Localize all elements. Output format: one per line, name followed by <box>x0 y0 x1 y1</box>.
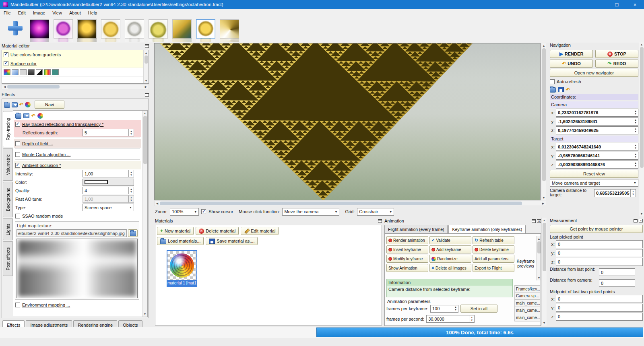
spinner-arrows-icon[interactable] <box>128 170 134 177</box>
scroll-up-icon[interactable] <box>144 50 149 56</box>
table-row[interactable]: Frames/key... <box>514 285 540 292</box>
material-editor-scrollbar[interactable] <box>143 50 149 83</box>
gradient-swatch-rainbow[interactable] <box>4 69 10 75</box>
refresh-table-button[interactable]: ↻Refresh table <box>473 236 514 244</box>
undo-button[interactable]: ↶ UNDO <box>550 60 593 68</box>
toolbar-thumbnail-9[interactable] <box>220 19 239 39</box>
spinner-arrows-icon[interactable] <box>453 305 458 312</box>
edit-material-button[interactable]: Edit material <box>241 227 279 235</box>
ao-type-dropdown[interactable]: Screen space <box>83 204 134 211</box>
target-z-input[interactable]: -0,00390388993468876 <box>556 161 638 169</box>
spinner-arrows-icon[interactable] <box>633 152 638 159</box>
menu-item-image[interactable]: Image <box>29 9 49 16</box>
intensity-input[interactable]: 1,00 <box>83 170 134 177</box>
spinner-arrows-icon[interactable] <box>128 187 134 194</box>
scroll-down-icon[interactable] <box>639 211 644 216</box>
undo-icon[interactable]: ↶ <box>31 113 35 118</box>
spinner-arrows-icon[interactable] <box>630 189 636 197</box>
fast-ao-input[interactable]: 1,00 <box>83 195 134 203</box>
scroll-down-icon[interactable] <box>144 78 149 83</box>
depth-of-field-checkbox[interactable] <box>15 141 20 146</box>
scroll-down-icon[interactable] <box>537 275 541 280</box>
move-mode-dropdown[interactable]: Move camera and target <box>550 179 638 187</box>
animation-scrollbar[interactable] <box>541 218 547 325</box>
toolbar-thumbnail-3[interactable] <box>77 19 97 39</box>
viewport-hscrollbar[interactable] <box>154 201 546 206</box>
quality-input[interactable]: 4 <box>83 187 134 194</box>
picked-x-input[interactable]: 0 <box>556 240 643 248</box>
show-animation-button[interactable]: Show Animation <box>386 264 428 272</box>
keyframe-scrollbar[interactable] <box>536 236 541 280</box>
gradient-swatch-blue[interactable] <box>12 69 19 75</box>
distance-last-input[interactable]: 0 <box>599 268 635 276</box>
distance-camera-input[interactable]: 0 <box>599 279 635 287</box>
mouse-function-dropdown[interactable]: Move the camera <box>282 208 339 216</box>
float-panel-icon[interactable] <box>378 219 382 223</box>
material-list-item[interactable]: material 1 [mat1] <box>167 250 197 287</box>
grid-dropdown[interactable]: Crosshair <box>357 208 394 216</box>
reset-icon[interactable]: ↶ <box>19 102 23 107</box>
picked-z-input[interactable]: 0 <box>556 258 643 266</box>
load-icon[interactable] <box>550 87 556 93</box>
tab-ray-tracing[interactable]: Ray-tracing <box>3 111 13 147</box>
export-to-flight-button[interactable]: Export to Flight <box>473 264 514 272</box>
spinner-arrows-icon[interactable] <box>633 127 638 134</box>
tab-flight-animation[interactable]: Flight animation (every frame) <box>384 225 448 233</box>
menu-item-file[interactable]: File <box>0 9 14 16</box>
render-button[interactable]: ▶ RENDER <box>550 50 593 58</box>
target-x-input[interactable]: 0,0123046748241649 <box>556 143 638 151</box>
table-row[interactable]: main_came... <box>514 307 540 314</box>
scroll-down-icon[interactable] <box>541 195 547 200</box>
modify-keyframe-button[interactable]: Modify keyframe <box>386 255 428 263</box>
scroll-left-icon[interactable] <box>155 201 160 206</box>
effects-scrollbar[interactable] <box>142 111 147 317</box>
add-preset-icon[interactable] <box>7 20 23 36</box>
float-panel-icon[interactable] <box>634 219 638 222</box>
scroll-down-icon[interactable] <box>142 311 148 317</box>
spinner-arrows-icon[interactable] <box>469 315 474 322</box>
delete-material-button[interactable]: × Delete material <box>196 227 239 235</box>
delete-all-images-button[interactable]: ×Delete all images <box>429 264 471 272</box>
gradient-swatch-darkgray[interactable] <box>28 69 35 75</box>
scroll-up-icon[interactable] <box>639 42 644 47</box>
zoom-dropdown[interactable]: 100% <box>170 208 199 216</box>
close-button[interactable]: × <box>626 0 644 9</box>
save-icon[interactable] <box>558 87 564 92</box>
tab-post-effects[interactable]: Post effects <box>3 241 13 276</box>
spinner-arrows-icon[interactable] <box>128 196 134 202</box>
randomize-icon[interactable] <box>25 102 31 107</box>
randomize-button[interactable]: Randomize <box>429 255 471 263</box>
raytraced-checkbox[interactable] <box>15 122 20 127</box>
auto-refresh-checkbox[interactable] <box>550 79 555 84</box>
load-materials-button[interactable]: Load materials... <box>157 237 204 245</box>
menu-item-about[interactable]: About <box>66 9 85 16</box>
camera-z-input[interactable]: 0,197743459349625 <box>556 126 638 134</box>
toolbar-thumbnail-5[interactable] <box>125 19 144 39</box>
fps-input[interactable]: 30.0000 <box>426 315 475 323</box>
tab-keyframe-animation[interactable]: Keyframe animation (only keyframes) <box>448 225 526 233</box>
target-y-input[interactable]: -0,985780666246141 <box>556 152 638 160</box>
scroll-down-icon[interactable] <box>542 320 547 325</box>
add-all-parameters-button[interactable]: Add all parameters <box>473 255 514 263</box>
navigation-scrollbar[interactable] <box>639 42 644 216</box>
scroll-up-icon[interactable] <box>541 43 547 48</box>
monte-carlo-checkbox[interactable] <box>15 152 20 157</box>
gradient-swatch-teal[interactable] <box>52 69 59 75</box>
camera-distance-input[interactable]: 0,685353219505 <box>594 189 636 197</box>
toolbar-thumbnail-7[interactable] <box>172 19 192 39</box>
camera-y-input[interactable]: -1,60242653189841 <box>556 117 638 126</box>
ssao-checkbox[interactable] <box>15 214 20 218</box>
ao-color-picker[interactable] <box>83 179 134 186</box>
lightmap-browse-button[interactable] <box>128 229 138 237</box>
float-panel-icon[interactable] <box>145 44 149 48</box>
open-navigator-button[interactable]: Open new navigator <box>550 69 638 77</box>
spinner-arrows-icon[interactable] <box>633 109 638 116</box>
toolbar-thumbnail-octahedron[interactable] <box>196 19 215 39</box>
menu-item-view[interactable]: View <box>49 9 66 16</box>
load-settings-icon[interactable] <box>4 103 10 108</box>
randomize-icon[interactable] <box>37 113 43 119</box>
menu-item-edit[interactable]: Edit <box>14 9 29 16</box>
tab-volumetric[interactable]: Volumetric <box>3 148 13 181</box>
midpoint-z-input[interactable]: 0 <box>556 313 643 321</box>
viewport-vscrollbar[interactable] <box>541 43 546 200</box>
